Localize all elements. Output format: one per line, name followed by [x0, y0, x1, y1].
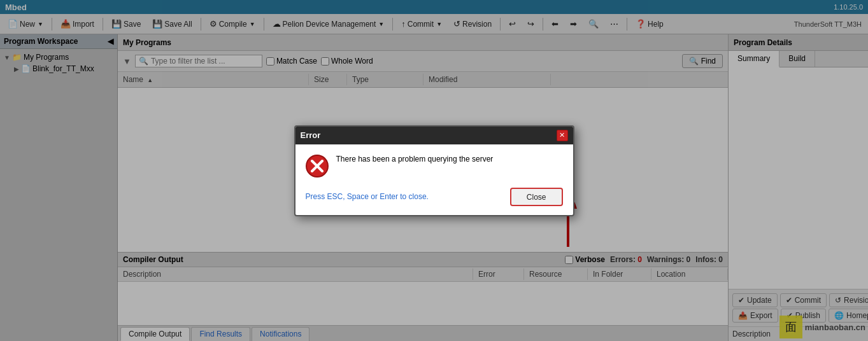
dialog-title: Error [301, 130, 321, 140]
error-dialog: Error ✕ There has been a problem queryin… [294, 125, 574, 216]
dialog-hint-link: Enter [380, 192, 398, 201]
dialog-close-action-button[interactable]: Close [510, 188, 563, 206]
dialog-close-button[interactable]: ✕ [557, 130, 568, 141]
dialog-hint: Press ESC, Space or Enter to close. [306, 192, 429, 201]
dialog-footer: Press ESC, Space or Enter to close. Clos… [295, 183, 573, 215]
error-icon [306, 155, 329, 177]
dialog-message: There has been a problem querying the se… [336, 155, 494, 164]
dialog-hint-text: Press ESC, Space or [306, 192, 380, 201]
modal-overlay: Error ✕ There has been a problem queryin… [0, 0, 868, 341]
dialog-titlebar: Error ✕ [295, 127, 573, 144]
dialog-hint-suffix: to close. [398, 192, 429, 201]
dialog-body: There has been a problem querying the se… [295, 144, 573, 183]
